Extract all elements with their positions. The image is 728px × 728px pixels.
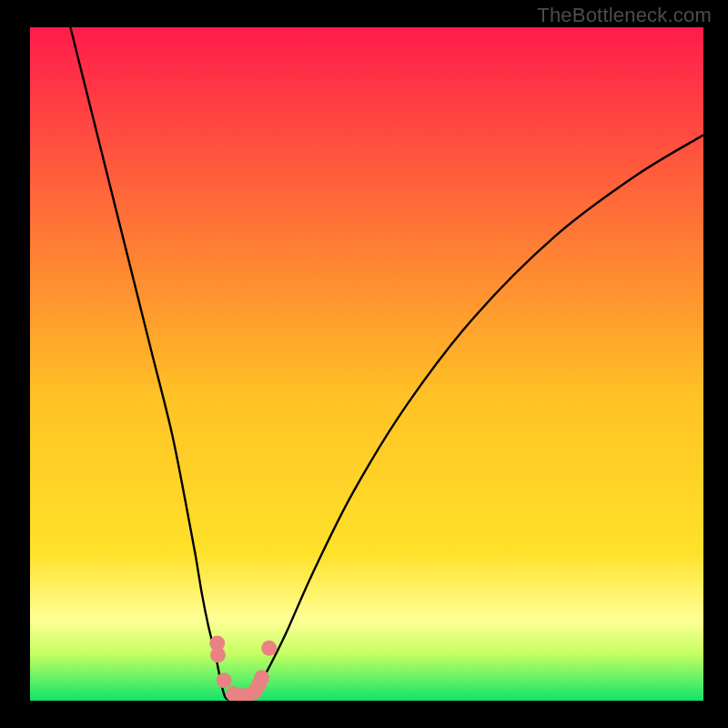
chart-frame: TheBottleneck.com [0,0,728,728]
marker-dot [210,647,226,662]
marker-dot [261,641,277,656]
marker-dot [254,670,269,685]
marker-dot [217,672,232,688]
gradient-background [30,27,703,701]
chart-svg [30,27,703,701]
plot-area [30,27,703,701]
watermark-text: TheBottleneck.com [537,4,712,27]
